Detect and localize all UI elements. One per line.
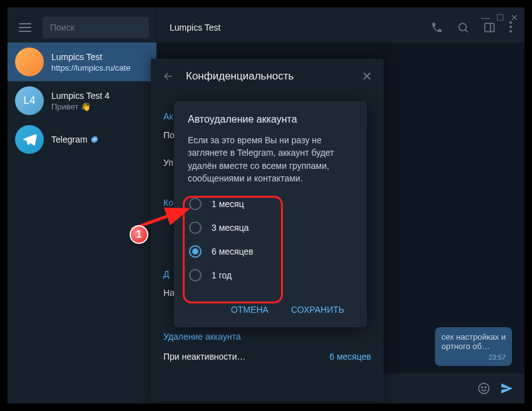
setting-value: 6 месяцев [329, 352, 371, 362]
chat-item[interactable]: Lumpics Test https://lumpics.ru/cate [8, 43, 156, 81]
menu-button[interactable] [8, 23, 43, 32]
wave-emoji: 👋 [81, 102, 91, 111]
radio-icon [189, 198, 202, 210]
svg-point-6 [485, 387, 486, 388]
telegram-icon [22, 132, 37, 147]
message-bubble: сех настройках и ортного об… 23:57 [435, 327, 512, 366]
radio-label: 1 месяц [212, 199, 244, 209]
search-icon[interactable] [457, 21, 469, 34]
search-input[interactable]: Поиск [43, 17, 149, 38]
svg-point-5 [481, 387, 483, 388]
chat-name: Telegram [51, 134, 99, 145]
radio-group: 1 месяц 3 месяца 6 месяцев 1 год [188, 192, 353, 287]
close-icon[interactable]: ✕ [362, 69, 372, 84]
chat-item[interactable]: L4 Lumpics Test 4 Привет 👋 [8, 81, 156, 120]
radio-icon [189, 221, 202, 234]
close-window-icon[interactable]: ✕ [511, 13, 518, 23]
chat-preview: https://lumpics.ru/cate [51, 63, 130, 73]
avatar [15, 48, 44, 76]
message-time: 23:57 [441, 353, 506, 361]
chat-item[interactable]: Telegram [8, 120, 156, 159]
chat-header-title[interactable]: Lumpics Test [170, 23, 220, 33]
minimize-icon[interactable]: — [481, 13, 490, 23]
chat-name: Lumpics Test [51, 52, 130, 62]
maximize-icon[interactable]: ☐ [496, 13, 504, 23]
back-icon[interactable] [162, 70, 175, 83]
app-header: Поиск Lumpics Test [8, 8, 524, 43]
emoji-icon[interactable] [477, 382, 491, 395]
window-controls: — ☐ ✕ [481, 13, 518, 23]
radio-option-3-months[interactable]: 3 месяца [188, 216, 353, 240]
chat-name: Lumpics Test 4 [51, 91, 110, 101]
call-icon[interactable] [431, 21, 443, 34]
radio-icon [189, 245, 202, 258]
svg-rect-2 [485, 23, 494, 31]
chat-header: Lumpics Test [156, 10, 524, 45]
panel-title: Конфиденциальность [186, 70, 350, 83]
header-actions [431, 21, 512, 34]
chat-list: Lumpics Test https://lumpics.ru/cate L4 … [8, 43, 156, 159]
radio-label: 3 месяца [212, 223, 248, 233]
hamburger-icon [19, 23, 31, 32]
sidebar-toggle-icon[interactable] [483, 21, 496, 34]
setting-label: При неактивности… [163, 352, 246, 362]
delete-account-section: Удаление аккаунта [163, 332, 371, 342]
more-icon[interactable] [509, 21, 512, 34]
send-icon[interactable] [499, 381, 514, 396]
save-button[interactable]: СОХРАНИТЬ [282, 298, 353, 321]
search-placeholder: Поиск [50, 23, 74, 33]
chat-preview: Привет 👋 [51, 102, 110, 111]
svg-line-1 [465, 29, 468, 32]
avatar: L4 [15, 86, 44, 115]
inactivity-setting[interactable]: При неактивности… 6 месяцев [163, 345, 371, 368]
radio-icon [189, 269, 202, 282]
radio-label: 1 год [212, 270, 232, 280]
radio-option-1-month[interactable]: 1 месяц [188, 192, 353, 216]
annotation-callout: 1 [130, 225, 148, 244]
svg-point-0 [459, 23, 466, 31]
auto-delete-modal: Автоудаление аккаунта Если за это время … [174, 101, 367, 327]
radio-label: 6 месяцев [212, 246, 253, 256]
modal-description: Если за это время Вы ни разу не заглянет… [188, 134, 353, 185]
verified-icon [90, 135, 99, 144]
cancel-button[interactable]: ОТМЕНА [222, 298, 277, 321]
modal-title: Автоудаление аккаунта [188, 114, 353, 125]
radio-option-1-year[interactable]: 1 год [188, 263, 353, 287]
svg-point-4 [479, 383, 489, 394]
radio-option-6-months[interactable]: 6 месяцев [188, 240, 353, 263]
avatar [15, 125, 44, 154]
